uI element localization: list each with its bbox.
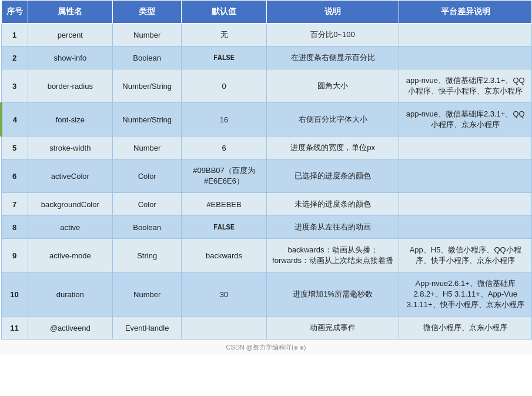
cell-default [182, 317, 266, 340]
cell-platform [399, 46, 532, 69]
cell-default: FALSE [182, 46, 266, 69]
cell-type: Number [113, 137, 182, 159]
table-row: 11@activeendEventHandle动画完成事件微信小程序、京东小程序 [1, 317, 532, 340]
cell-type: Number [113, 24, 182, 46]
cell-platform: app-nvue、微信基础库2.3.1+、QQ小程序、京东小程序 [399, 103, 532, 137]
cell-desc: 动画完成事件 [266, 317, 399, 340]
cell-default: #EBEBEB [182, 193, 266, 216]
cell-platform [399, 159, 532, 193]
table-header-row: 序号 属性名 类型 默认值 说明 平台差异说明 [1, 1, 532, 24]
cell-platform [399, 137, 532, 159]
header-type: 类型 [113, 1, 182, 24]
cell-default: 16 [182, 103, 266, 137]
cell-platform [399, 24, 532, 46]
cell-seq: 3 [1, 69, 28, 103]
cell-desc: 未选择的进度条的颜色 [266, 193, 399, 216]
header-platform: 平台差异说明 [399, 1, 532, 24]
cell-default: 0 [182, 69, 266, 103]
cell-default: 30 [182, 272, 266, 317]
cell-seq: 2 [1, 46, 28, 69]
table-wrapper: 序号 属性名 类型 默认值 说明 平台差异说明 1percentNumber无百… [0, 0, 532, 355]
cell-seq: 7 [1, 193, 28, 216]
cell-platform: app-nvue、微信基础库2.3.1+、QQ小程序、快手小程序、京东小程序 [399, 69, 532, 103]
footer-bar: CSDN @努力学编程吖(๑ ๑) [0, 340, 532, 355]
cell-attr-name: stroke-width [28, 137, 112, 159]
cell-desc: 进度增加1%所需毫秒数 [266, 272, 399, 317]
table-row: 7backgroundColorColor#EBEBEB未选择的进度条的颜色 [1, 193, 532, 216]
cell-desc: 圆角大小 [266, 69, 399, 103]
cell-type: Number [113, 272, 182, 317]
cell-seq: 8 [1, 216, 28, 239]
cell-seq: 4 [1, 103, 28, 137]
table-row: 10durationNumber30进度增加1%所需毫秒数App-nvue2.6… [1, 272, 532, 317]
cell-default: 6 [182, 137, 266, 159]
table-row: 9active-modeStringbackwardsbackwards：动画从… [1, 239, 532, 272]
cell-attr-name: active-mode [28, 239, 112, 272]
cell-type: Color [113, 159, 182, 193]
cell-attr-name: show-info [28, 46, 112, 69]
cell-desc: 百分比0~100 [266, 24, 399, 46]
cell-seq: 10 [1, 272, 28, 317]
cell-attr-name: @activeend [28, 317, 112, 340]
cell-attr-name: border-radius [28, 69, 112, 103]
cell-default: #09BB07（百度为#E6E6E6） [182, 159, 266, 193]
cell-seq: 1 [1, 24, 28, 46]
cell-desc: 进度条线的宽度，单位px [266, 137, 399, 159]
cell-attr-name: active [28, 216, 112, 239]
cell-platform: App-nvue2.6.1+、微信基础库2.8.2+、H5 3.1.11+、Ap… [399, 272, 532, 317]
main-table: 序号 属性名 类型 默认值 说明 平台差异说明 1percentNumber无百… [0, 0, 532, 340]
cell-desc: 进度条从左往右的动画 [266, 216, 399, 239]
cell-desc: 已选择的进度条的颜色 [266, 159, 399, 193]
cell-desc: 在进度条右侧显示百分比 [266, 46, 399, 69]
cell-attr-name: duration [28, 272, 112, 317]
cell-type: Number/String [113, 103, 182, 137]
table-row: 4font-sizeNumber/String16右侧百分比字体大小app-nv… [1, 103, 532, 137]
header-name: 属性名 [28, 1, 112, 24]
cell-type: Boolean [113, 46, 182, 69]
cell-attr-name: backgroundColor [28, 193, 112, 216]
cell-desc: backwards：动画从头播；forwards：动画从上次结束点接着播 [266, 239, 399, 272]
cell-platform: App、H5、微信小程序、QQ小程序、快手小程序、京东小程序 [399, 239, 532, 272]
cell-platform: 微信小程序、京东小程序 [399, 317, 532, 340]
cell-type: String [113, 239, 182, 272]
cell-platform [399, 193, 532, 216]
table-body: 1percentNumber无百分比0~1002show-infoBoolean… [1, 24, 532, 340]
cell-type: Number/String [113, 69, 182, 103]
cell-seq: 5 [1, 137, 28, 159]
cell-desc: 右侧百分比字体大小 [266, 103, 399, 137]
cell-attr-name: percent [28, 24, 112, 46]
table-row: 1percentNumber无百分比0~100 [1, 24, 532, 46]
cell-attr-name: font-size [28, 103, 112, 137]
cell-attr-name: activeColor [28, 159, 112, 193]
table-row: 3border-radiusNumber/String0圆角大小app-nvue… [1, 69, 532, 103]
cell-platform [399, 216, 532, 239]
cell-type: EventHandle [113, 317, 182, 340]
cell-type: Color [113, 193, 182, 216]
table-row: 2show-infoBooleanFALSE在进度条右侧显示百分比 [1, 46, 532, 69]
cell-seq: 9 [1, 239, 28, 272]
cell-type: Boolean [113, 216, 182, 239]
table-row: 8activeBooleanFALSE进度条从左往右的动画 [1, 216, 532, 239]
header-seq: 序号 [1, 1, 28, 24]
cell-seq: 6 [1, 159, 28, 193]
cell-default: FALSE [182, 216, 266, 239]
table-row: 6activeColorColor#09BB07（百度为#E6E6E6）已选择的… [1, 159, 532, 193]
cell-default: 无 [182, 24, 266, 46]
cell-seq: 11 [1, 317, 28, 340]
cell-default: backwards [182, 239, 266, 272]
header-default: 默认值 [182, 1, 266, 24]
header-desc: 说明 [266, 1, 399, 24]
table-row: 5stroke-widthNumber6进度条线的宽度，单位px [1, 137, 532, 159]
